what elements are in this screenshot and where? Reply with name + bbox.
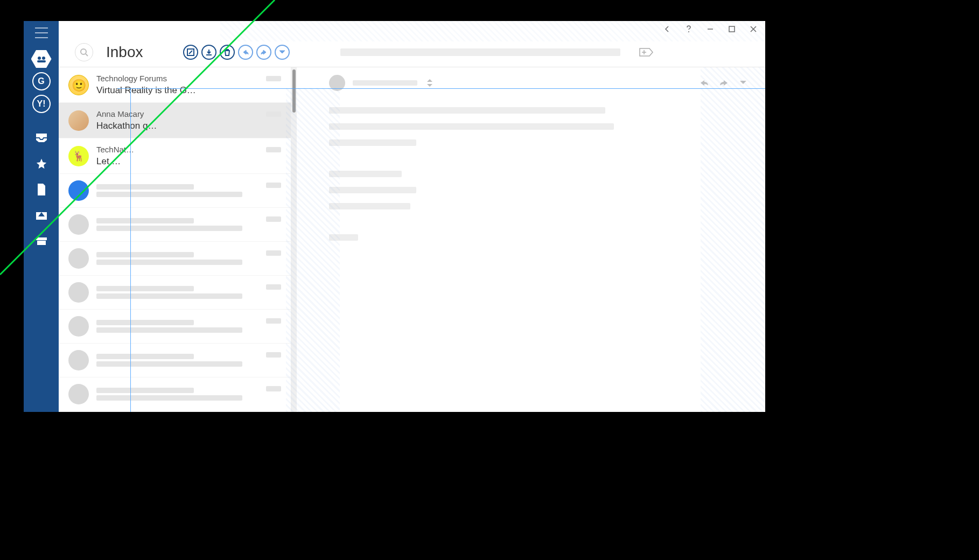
reply-button[interactable] [238, 45, 253, 60]
message-time-placeholder [266, 111, 281, 117]
maximize-button[interactable] [721, 21, 743, 37]
placeholder-line [96, 226, 242, 231]
more-button[interactable] [275, 45, 290, 60]
message-text [96, 184, 258, 197]
placeholder-line [96, 388, 194, 393]
message-item[interactable] [59, 310, 291, 344]
compose-button[interactable] [183, 45, 198, 60]
message-text: TechNat…Let … [96, 145, 258, 167]
download-button[interactable] [201, 45, 216, 60]
avatar [68, 316, 89, 337]
message-text [96, 252, 258, 265]
placeholder-line [96, 354, 194, 359]
main-area: Inbox [59, 21, 765, 412]
back-button[interactable] [656, 21, 678, 37]
message-subject: Virtual Reality is the G… [96, 85, 258, 96]
message-text [96, 388, 258, 401]
placeholder-line [96, 260, 242, 265]
placeholder-line [96, 286, 194, 291]
guide-hline [117, 88, 765, 89]
content: Technology ForumsVirtual Reality is the … [59, 67, 765, 412]
avatar [68, 384, 89, 404]
subject-placeholder [340, 48, 620, 56]
account-google-icon[interactable]: G [32, 72, 51, 90]
message-text [96, 354, 258, 367]
account-google-label: G [38, 76, 44, 86]
message-time-placeholder [266, 147, 281, 152]
message-item[interactable]: TechNat…Let … [59, 138, 291, 174]
message-item[interactable] [59, 377, 291, 411]
folder-inbox-icon[interactable] [34, 130, 49, 145]
avatar [68, 214, 89, 235]
folder-archive-icon[interactable] [34, 234, 49, 249]
reading-reply-button[interactable] [698, 77, 710, 89]
forward-button[interactable] [256, 45, 271, 60]
avatar [68, 350, 89, 370]
message-text [96, 286, 258, 299]
message-text [96, 218, 258, 231]
message-item[interactable] [59, 276, 291, 310]
folder-sent-icon[interactable] [34, 208, 49, 223]
message-time-placeholder [266, 284, 281, 290]
message-time-placeholder [266, 216, 281, 222]
message-time-placeholder [266, 352, 281, 358]
reading-pane [297, 67, 765, 412]
page-title: Inbox [106, 44, 143, 61]
message-item[interactable] [59, 208, 291, 242]
placeholder-line [96, 361, 242, 367]
svg-point-0 [38, 57, 41, 60]
delete-button[interactable] [220, 45, 235, 60]
divider-thumb-icon [292, 69, 296, 113]
placeholder-line [96, 293, 242, 299]
folder-starred-icon[interactable] [34, 156, 49, 171]
avatar [68, 248, 89, 269]
minimize-button[interactable] [700, 21, 721, 37]
account-unified-icon[interactable] [31, 50, 52, 68]
sort-toggle[interactable] [427, 79, 432, 87]
close-button[interactable] [743, 21, 764, 37]
help-button[interactable] [678, 21, 700, 37]
message-time-placeholder [266, 318, 281, 324]
placeholder-line [96, 184, 194, 190]
message-sender: Technology Forums [96, 74, 258, 83]
message-text: Anna MacaryHackathon q… [96, 109, 258, 131]
svg-rect-3 [36, 237, 47, 240]
search-button[interactable] [75, 43, 93, 61]
reading-forward-button[interactable] [718, 77, 730, 89]
avatar [68, 282, 89, 303]
message-time-placeholder [266, 183, 281, 188]
titlebar [59, 21, 765, 37]
avatar [68, 146, 89, 166]
account-yahoo-label: Y! [37, 99, 46, 109]
pane-divider[interactable] [291, 67, 297, 412]
folder-drafts-icon[interactable] [34, 182, 49, 197]
menu-icon[interactable] [35, 27, 48, 38]
message-sender: Anna Macary [96, 109, 258, 118]
message-item[interactable]: Anna MacaryHackathon q… [59, 103, 291, 138]
avatar [68, 110, 89, 131]
header: Inbox [59, 37, 765, 67]
reading-from-placeholder [353, 80, 417, 86]
placeholder-line [96, 320, 194, 325]
message-item[interactable] [59, 344, 291, 377]
svg-rect-4 [37, 241, 46, 245]
account-yahoo-icon[interactable]: Y! [32, 95, 51, 113]
action-buttons [183, 45, 290, 60]
tag-button[interactable] [639, 46, 654, 58]
message-text [96, 320, 258, 333]
placeholder-line [96, 395, 242, 401]
message-time-placeholder [266, 76, 281, 81]
message-text: Technology ForumsVirtual Reality is the … [96, 74, 258, 96]
svg-point-1 [42, 57, 45, 60]
message-item[interactable]: Technology ForumsVirtual Reality is the … [59, 67, 291, 103]
svg-rect-6 [729, 26, 735, 32]
message-item[interactable] [59, 174, 291, 208]
message-sender: TechNat… [96, 145, 258, 154]
message-time-placeholder [266, 386, 281, 391]
placeholder-line [96, 192, 242, 197]
avatar [68, 180, 89, 201]
message-subject: Let … [96, 156, 258, 167]
message-item[interactable] [59, 242, 291, 276]
message-list[interactable]: Technology ForumsVirtual Reality is the … [59, 67, 291, 412]
reading-more-button[interactable] [737, 77, 749, 89]
